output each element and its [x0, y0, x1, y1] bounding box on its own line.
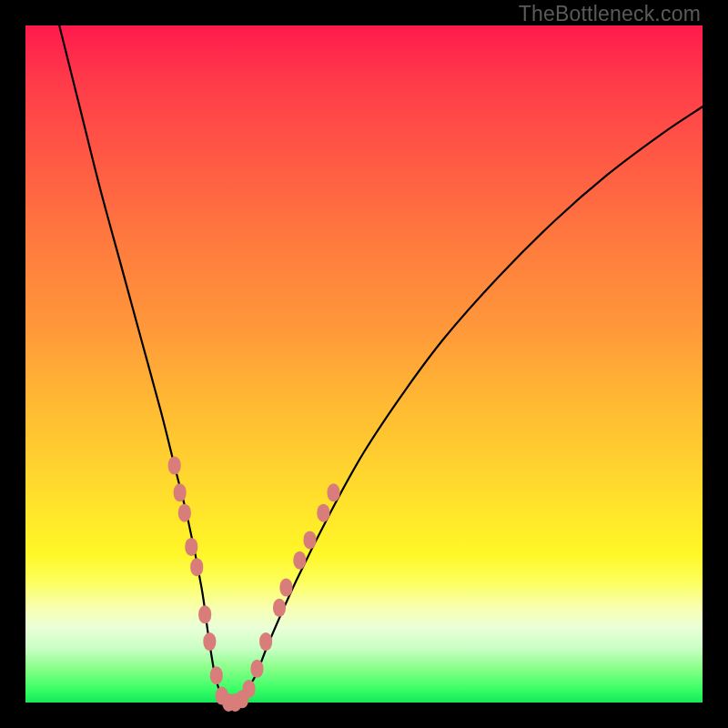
- bead-marker: [178, 504, 191, 522]
- bead-marker: [250, 660, 263, 678]
- bead-marker: [259, 632, 272, 651]
- bead-marker: [190, 558, 203, 576]
- bead-marker: [293, 551, 306, 570]
- watermark-text: TheBottleneck.com: [519, 2, 701, 26]
- bead-marker: [198, 605, 211, 623]
- bead-marker: [185, 538, 197, 556]
- plot-area: [25, 25, 703, 703]
- beads-group: [168, 457, 340, 712]
- bead-marker: [203, 632, 216, 651]
- bead-marker: [303, 531, 316, 549]
- bottleneck-curve: [59, 25, 703, 703]
- bead-marker: [243, 680, 256, 698]
- bead-marker: [210, 666, 223, 684]
- bead-marker: [168, 457, 181, 475]
- chart-svg: [25, 25, 703, 703]
- bead-marker: [328, 483, 340, 501]
- outer-frame: TheBottleneck.com: [0, 0, 728, 728]
- bead-marker: [279, 579, 292, 597]
- bead-marker: [273, 599, 286, 617]
- bead-marker: [317, 504, 329, 522]
- bead-marker: [174, 483, 187, 501]
